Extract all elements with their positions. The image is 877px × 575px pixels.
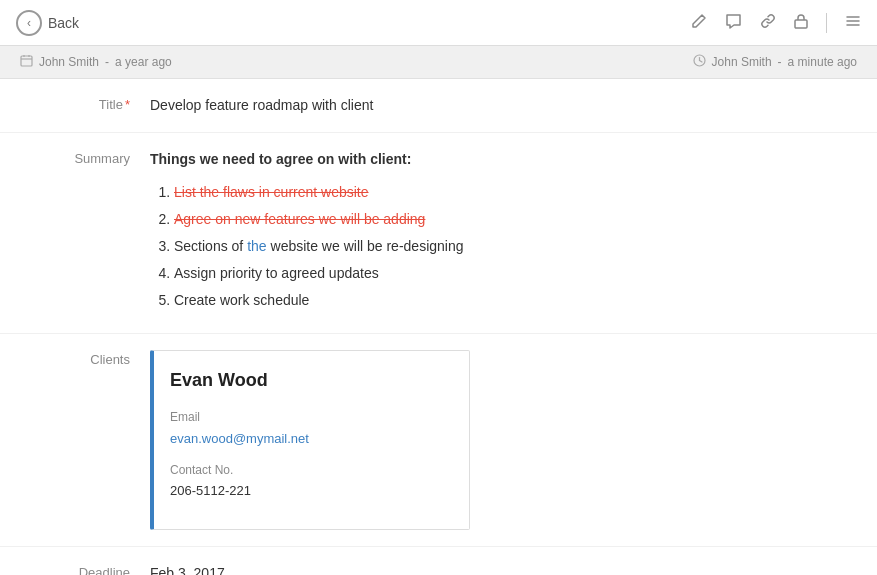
toolbar: ‹ Back [0, 0, 877, 46]
client-email-link[interactable]: evan.wood@mymail.net [170, 431, 309, 446]
deadline-label: Deadline [20, 563, 150, 576]
created-separator: - [105, 55, 109, 69]
meta-created: John Smith - a year ago [20, 54, 172, 70]
calendar-icon [20, 54, 33, 70]
client-contact-value: 206-5112-221 [170, 481, 453, 501]
client-name: Evan Wood [170, 367, 453, 394]
list-item-text2: website we will be re-designing [267, 238, 464, 254]
summary-heading: Things we need to agree on with client: [150, 149, 857, 170]
clients-row: Clients Evan Wood Email evan.wood@mymail… [0, 334, 877, 547]
created-by: John Smith [39, 55, 99, 69]
title-value: Develop feature roadmap with client [150, 95, 857, 116]
svg-line-10 [699, 61, 702, 63]
summary-label: Summary [20, 149, 150, 166]
back-circle-icon: ‹ [16, 10, 42, 36]
link-icon[interactable] [760, 13, 776, 33]
clock-icon [693, 54, 706, 70]
client-contact-section: Contact No. 206-5112-221 [170, 461, 453, 501]
back-button[interactable]: ‹ Back [16, 10, 79, 36]
lock-icon[interactable] [794, 13, 808, 33]
client-card-container: Evan Wood Email evan.wood@mymail.net Con… [150, 350, 857, 530]
list-item: Create work schedule [174, 290, 857, 311]
client-contact-label: Contact No. [170, 461, 453, 479]
client-email-section: Email evan.wood@mymail.net [170, 408, 453, 449]
toolbar-left: ‹ Back [16, 10, 79, 36]
title-row: Title* Develop feature roadmap with clie… [0, 79, 877, 133]
clients-label: Clients [20, 350, 150, 367]
toolbar-right [691, 13, 861, 33]
created-time: a year ago [115, 55, 172, 69]
list-item: List the flaws in current website [174, 182, 857, 203]
edit-icon[interactable] [691, 13, 707, 33]
meta-modified: John Smith - a minute ago [693, 54, 857, 70]
svg-rect-0 [795, 20, 807, 28]
content: Title* Develop feature roadmap with clie… [0, 79, 877, 575]
title-label: Title* [20, 95, 150, 112]
summary-value: Things we need to agree on with client: … [150, 149, 857, 317]
meta-bar: John Smith - a year ago John Smith - a m… [0, 46, 877, 79]
back-label: Back [48, 15, 79, 31]
toolbar-divider [826, 13, 827, 33]
client-card: Evan Wood Email evan.wood@mymail.net Con… [150, 350, 470, 530]
menu-icon[interactable] [845, 13, 861, 33]
list-item-text: Assign priority to agreed updates [174, 265, 379, 281]
list-item: Assign priority to agreed updates [174, 263, 857, 284]
list-item-link: the [247, 238, 266, 254]
summary-list: List the flaws in current website Agree … [150, 182, 857, 311]
client-email-label: Email [170, 408, 453, 426]
list-item-text: List the flaws in current website [174, 184, 369, 200]
modified-by: John Smith [712, 55, 772, 69]
deadline-row: Deadline Feb 3, 2017 [0, 547, 877, 576]
comment-icon[interactable] [725, 13, 742, 33]
deadline-value: Feb 3, 2017 [150, 563, 857, 576]
list-item-text: Create work schedule [174, 292, 309, 308]
modified-time: a minute ago [788, 55, 857, 69]
summary-row: Summary Things we need to agree on with … [0, 133, 877, 334]
list-item: Sections of the website we will be re-de… [174, 236, 857, 257]
list-item: Agree on new features we will be adding [174, 209, 857, 230]
svg-rect-4 [21, 56, 32, 66]
modified-separator: - [778, 55, 782, 69]
list-item-text: Agree on new features we will be adding [174, 211, 425, 227]
list-item-text: Sections of [174, 238, 247, 254]
